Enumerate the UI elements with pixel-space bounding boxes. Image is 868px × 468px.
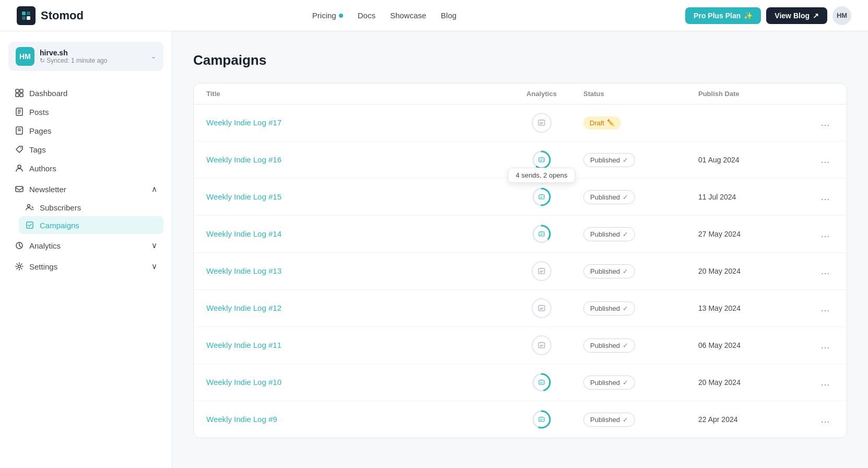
svg-point-18 xyxy=(28,205,30,207)
campaign-link[interactable]: Weekly Indie Log #13 xyxy=(206,266,281,275)
chevron-down-icon: ⌄ xyxy=(151,53,156,60)
wand-icon: ✨ xyxy=(744,11,753,20)
campaign-title-cell: Weekly Indie Log #16 xyxy=(206,155,500,165)
campaign-title-cell: Weekly Indie Log #13 xyxy=(206,266,500,276)
sidebar-item-label-posts: Posts xyxy=(29,108,157,116)
settings-group-header[interactable]: Settings ∨ xyxy=(8,257,163,276)
status-label: Published xyxy=(590,416,620,424)
campaign-link[interactable]: Weekly Indie Log #15 xyxy=(206,192,281,201)
sync-icon: ↻ xyxy=(40,57,45,64)
more-actions-button[interactable]: … xyxy=(816,375,834,390)
topnav-actions: Pro Plus Plan ✨ View Blog ↗ HM xyxy=(685,6,851,25)
campaign-link[interactable]: Weekly Indie Log #17 xyxy=(206,118,281,127)
nav-section-main: Dashboard Posts Pages Tags xyxy=(8,84,163,178)
status-cell: Published✓ xyxy=(583,264,698,278)
actions-cell: … xyxy=(803,264,834,279)
newsletter-group-header[interactable]: Newsletter ∧ xyxy=(8,180,163,198)
view-blog-button[interactable]: View Blog ↗ xyxy=(766,7,827,24)
campaign-link[interactable]: Weekly Indie Log #14 xyxy=(206,229,281,238)
sidebar-item-dashboard[interactable]: Dashboard xyxy=(8,84,163,102)
more-actions-button[interactable]: … xyxy=(816,153,834,168)
more-actions-button[interactable]: … xyxy=(816,412,834,427)
user-avatar-button[interactable]: HM xyxy=(832,6,851,25)
more-actions-button[interactable]: … xyxy=(816,264,834,279)
pro-plus-button[interactable]: Pro Plus Plan ✨ xyxy=(685,7,761,24)
site-selector[interactable]: HM hirve.sh ↻ Synced: 1 minute ago ⌄ xyxy=(8,42,163,71)
analytics-ring-wrapper[interactable] xyxy=(532,150,552,170)
status-cell: Published✓ xyxy=(583,338,698,353)
svg-rect-6 xyxy=(16,93,19,97)
nav-link-showcase[interactable]: Showcase xyxy=(390,11,426,20)
file-icon xyxy=(15,107,24,116)
analytics-ring-svg[interactable] xyxy=(532,224,552,244)
actions-cell: … xyxy=(803,115,834,131)
analytics-ring-svg[interactable] xyxy=(532,372,552,392)
nav-section-analytics: Analytics ∨ xyxy=(8,236,163,255)
site-avatar: HM xyxy=(16,47,34,66)
newsletter-children: Subscribers Campaigns xyxy=(8,198,163,234)
status-label: Published xyxy=(590,156,620,164)
campaign-link[interactable]: Weekly Indie Log #16 xyxy=(206,155,281,164)
nav-section-newsletter: Newsletter ∧ Subscribers Campaigns xyxy=(8,180,163,234)
analytics-ring-svg[interactable] xyxy=(532,150,552,170)
table-row: Weekly Indie Log #11Published✓06 May 202… xyxy=(194,327,847,364)
sidebar-item-subscribers[interactable]: Subscribers xyxy=(19,198,163,216)
sidebar-item-authors[interactable]: Authors xyxy=(8,159,163,178)
table-row: Weekly Indie Log #15 4 sends, 2 opensPub… xyxy=(194,179,847,216)
status-label: Published xyxy=(590,379,620,387)
analytics-plain-icon[interactable] xyxy=(532,298,552,318)
sidebar-item-pages[interactable]: Pages xyxy=(8,121,163,140)
sidebar-item-label-subscribers: Subscribers xyxy=(40,203,81,212)
svg-rect-7 xyxy=(20,93,23,97)
status-label: Published xyxy=(590,230,620,238)
campaign-link[interactable]: Weekly Indie Log #11 xyxy=(206,341,281,349)
more-actions-button[interactable]: … xyxy=(816,227,834,242)
sidebar-item-campaigns[interactable]: Campaigns xyxy=(19,216,163,234)
svg-rect-1 xyxy=(27,11,30,15)
nav-link-docs[interactable]: Docs xyxy=(358,11,376,20)
analytics-plain-icon[interactable] xyxy=(532,335,552,355)
status-cell: Published✓ xyxy=(583,190,698,204)
more-actions-button[interactable]: … xyxy=(816,115,834,131)
external-link-icon: ↗ xyxy=(813,11,819,20)
campaign-link[interactable]: Weekly Indie Log #10 xyxy=(206,378,281,387)
check-icon: ✓ xyxy=(623,305,628,312)
more-actions-button[interactable]: … xyxy=(816,301,834,316)
more-actions-button[interactable]: … xyxy=(816,190,834,205)
analytics-ring-wrapper[interactable] xyxy=(532,372,552,392)
analytics-ring-svg[interactable] xyxy=(532,187,552,207)
sidebar-item-tags[interactable]: Tags xyxy=(8,140,163,159)
chevron-down-settings-icon: ∨ xyxy=(151,262,157,271)
tag-icon xyxy=(15,145,24,154)
analytics-plain-icon[interactable] xyxy=(532,113,552,133)
svg-point-15 xyxy=(20,147,21,148)
campaign-link[interactable]: Weekly Indie Log #12 xyxy=(206,303,281,312)
sidebar-item-label-campaigns: Campaigns xyxy=(40,221,79,230)
more-actions-button[interactable]: … xyxy=(816,338,834,353)
campaign-title-cell: Weekly Indie Log #10 xyxy=(206,378,500,387)
table-body: Weekly Indie Log #17Draft✏️…Weekly Indie… xyxy=(194,104,847,438)
nav-link-pricing[interactable]: Pricing xyxy=(312,11,343,20)
analytics-group-header[interactable]: Analytics ∨ xyxy=(8,236,163,255)
logo-link[interactable]: Stomod xyxy=(17,6,84,25)
status-badge: Published✓ xyxy=(583,264,635,278)
nav-link-blog[interactable]: Blog xyxy=(441,11,456,20)
campaign-link[interactable]: Weekly Indie Log #9 xyxy=(206,415,277,424)
status-cell: Published✓ xyxy=(583,376,698,390)
status-badge[interactable]: Draft✏️ xyxy=(583,116,621,130)
analytics-ring-svg[interactable] xyxy=(532,410,552,429)
analytics-plain-icon[interactable] xyxy=(532,261,552,281)
analytics-cell xyxy=(500,150,583,170)
analytics-cell xyxy=(500,224,583,244)
sidebar-item-posts[interactable]: Posts xyxy=(8,102,163,121)
analytics-ring-wrapper[interactable]: 4 sends, 2 opens xyxy=(532,187,552,207)
chevron-up-icon: ∧ xyxy=(151,184,157,194)
edit-icon: ✏️ xyxy=(607,119,615,126)
actions-cell: … xyxy=(803,412,834,427)
analytics-ring-wrapper[interactable] xyxy=(532,224,552,244)
status-cell: Draft✏️ xyxy=(583,116,698,130)
status-label: Published xyxy=(590,193,620,201)
site-info: hirve.sh ↻ Synced: 1 minute ago xyxy=(40,49,107,64)
analytics-ring-wrapper[interactable] xyxy=(532,410,552,429)
status-label: Published xyxy=(590,267,620,275)
